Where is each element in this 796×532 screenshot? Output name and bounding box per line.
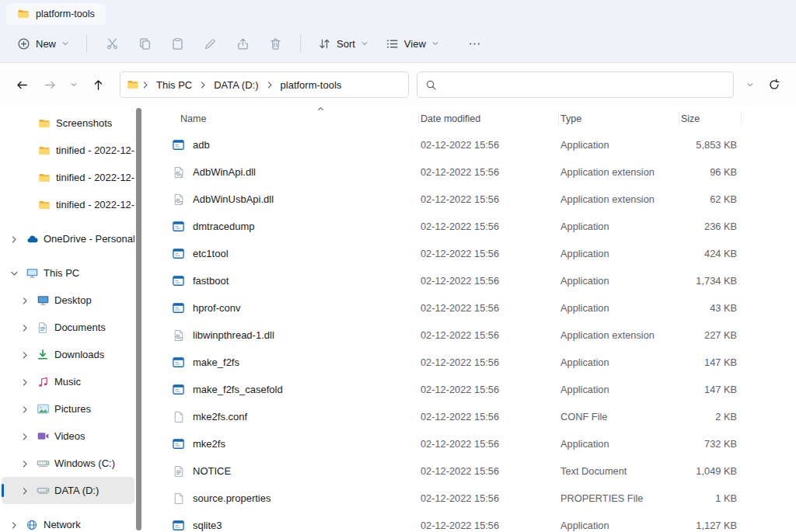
sidebar-item-network[interactable]: Network: [2, 511, 134, 532]
paste-button[interactable]: [162, 30, 193, 57]
drive-icon: [36, 457, 50, 470]
chevron-right-icon[interactable]: [8, 235, 20, 243]
file-row-make-f2fs-casefold[interactable]: make_f2fs_casefold02-12-2022 15:56Applic…: [172, 376, 796, 403]
column-header-size[interactable]: Size: [679, 111, 742, 127]
chevron-right-icon[interactable]: [19, 297, 31, 304]
chevron-right-icon[interactable]: [19, 324, 31, 332]
file-row-notice[interactable]: NOTICE02-12-2022 15:56Text Document1,049…: [172, 457, 796, 485]
file-type: Application: [559, 520, 679, 531]
file-type: Application extension: [559, 193, 679, 205]
file-row-fastboot[interactable]: fastboot02-12-2022 15:56Application1,734…: [172, 267, 796, 294]
file-row-adbwinusbapi-dll[interactable]: AdbWinUsbApi.dll02-12-2022 15:56Applicat…: [172, 186, 796, 213]
breadcrumb-item-this-pc[interactable]: This PC: [152, 78, 197, 92]
file-type: Application: [559, 384, 679, 395]
chevron-right-icon[interactable]: [19, 487, 31, 495]
file-row-make-f2fs[interactable]: make_f2fs02-12-2022 15:56Application147 …: [172, 349, 796, 376]
search-box[interactable]: [417, 71, 734, 98]
chevron-right-icon[interactable]: [8, 521, 20, 529]
sidebar-item-tinified-2022-12-0[interactable]: tinified - 2022-12-0: [2, 164, 134, 191]
file-row-adb[interactable]: adb02-12-2022 15:56Application5,853 KB: [172, 131, 796, 158]
view-button-label: View: [404, 38, 426, 50]
breadcrumb-item-data-d[interactable]: DATA (D:): [209, 78, 263, 92]
breadcrumb-item-platform-tools[interactable]: platform-tools: [276, 78, 347, 92]
column-header-type[interactable]: Type: [559, 111, 679, 127]
sidebar-item-label: tinified - 2022-12-0: [56, 172, 134, 183]
search-input[interactable]: [443, 79, 725, 91]
sidebar-scrollbar[interactable]: [136, 108, 141, 530]
sidebar-item-screenshots[interactable]: Screenshots: [2, 110, 134, 137]
sidebar-item-tinified-2022-12-0[interactable]: tinified - 2022-12-0: [2, 137, 134, 164]
sidebar-item-this-pc[interactable]: This PC: [2, 259, 134, 287]
view-button[interactable]: View: [378, 32, 447, 56]
folder-icon: [37, 199, 51, 211]
file-row-mke2fs-conf[interactable]: mke2fs.conf02-12-2022 15:56CONF File2 KB: [172, 403, 796, 430]
file-name: source.properties: [193, 492, 271, 504]
sidebar-item-label: DATA (D:): [54, 485, 99, 496]
column-header-date-modified[interactable]: Date modified: [419, 111, 559, 127]
back-button[interactable]: [9, 72, 34, 97]
clipboard-icon: [171, 37, 184, 50]
navigation-bar: This PCDATA (D:)platform-tools: [0, 63, 796, 106]
chevron-down-icon[interactable]: [8, 269, 20, 277]
share-button[interactable]: [227, 30, 258, 57]
file-name: adb: [193, 139, 210, 151]
forward-button[interactable]: [37, 72, 62, 97]
sidebar-item-desktop[interactable]: Desktop: [2, 287, 134, 314]
file-name: libwinpthread-1.dll: [193, 329, 274, 341]
rename-button[interactable]: [194, 30, 225, 57]
file-row-mke2fs[interactable]: mke2fs02-12-2022 15:56Application732 KB: [172, 430, 796, 457]
chevron-right-icon[interactable]: [19, 405, 31, 413]
sidebar-item-pictures[interactable]: Pictures: [2, 395, 134, 422]
network-icon: [25, 519, 39, 531]
file-name-cell: make_f2fs_casefold: [172, 383, 419, 396]
copy-button[interactable]: [129, 30, 160, 57]
new-button[interactable]: New: [9, 32, 77, 56]
file-row-source-properties[interactable]: source.properties02-12-2022 15:56PROPERT…: [172, 485, 796, 512]
file-name: sqlite3: [193, 520, 222, 531]
ellipsis-icon: [468, 37, 481, 50]
sidebar-item-windows-c[interactable]: Windows (C:): [2, 450, 134, 477]
explorer-tab[interactable]: platform-tools: [6, 3, 106, 25]
sidebar-item-tinified-2022-12-0[interactable]: tinified - 2022-12-0: [2, 191, 134, 218]
file-type: Application: [559, 438, 679, 450]
sidebar-item-music[interactable]: Music: [2, 368, 134, 395]
sidebar-item-documents[interactable]: Documents: [2, 314, 134, 341]
file-type: Application: [559, 139, 679, 151]
sidebar-item-data-d[interactable]: DATA (D:): [2, 477, 134, 504]
sidebar-item-videos[interactable]: Videos: [2, 422, 134, 450]
pictures-icon: [36, 402, 50, 416]
file-row-libwinpthread-1-dll[interactable]: libwinpthread-1.dll02-12-2022 15:56Appli…: [172, 322, 796, 349]
sidebar-item-downloads[interactable]: Downloads: [2, 341, 134, 368]
delete-button[interactable]: [260, 30, 291, 57]
file-name-cell: AdbWinApi.dll: [172, 166, 419, 179]
sidebar-item-onedrive-personal[interactable]: OneDrive - Personal: [2, 225, 134, 252]
date-modified: 02-12-2022 15:56: [419, 248, 559, 259]
chevron-right-icon[interactable]: [19, 351, 31, 359]
file-name-cell: source.properties: [172, 492, 419, 505]
refresh-button[interactable]: [762, 72, 787, 97]
file-type: PROPERTIES File: [559, 492, 679, 504]
file-row-sqlite3[interactable]: sqlite302-12-2022 15:56Application1,127 …: [172, 512, 796, 532]
file-row-hprof-conv[interactable]: hprof-conv02-12-2022 15:56Application43 …: [172, 294, 796, 322]
recent-locations-button[interactable]: [65, 72, 82, 97]
file-row-adbwinapi-dll[interactable]: AdbWinApi.dll02-12-2022 15:56Application…: [172, 158, 796, 186]
file-name-cell: hprof-conv: [172, 301, 419, 315]
file-name-cell: dmtracedump: [172, 220, 419, 233]
chevron-right-icon[interactable]: [19, 433, 31, 440]
more-options-button[interactable]: [459, 30, 491, 57]
file-row-dmtracedump[interactable]: dmtracedump02-12-2022 15:56Application23…: [172, 213, 796, 240]
chevron-right-icon: [141, 81, 149, 89]
chevron-right-icon[interactable]: [19, 378, 31, 386]
cut-button[interactable]: [96, 30, 127, 57]
content-area: Screenshotstinified - 2022-12-0tinified …: [0, 106, 796, 532]
sort-button[interactable]: Sort: [310, 32, 376, 56]
file-size: 236 KB: [679, 221, 742, 232]
address-dropdown-button[interactable]: [742, 72, 759, 97]
up-button[interactable]: [86, 72, 110, 97]
application-icon: [172, 274, 185, 287]
chevron-right-icon[interactable]: [19, 460, 31, 468]
address-bar[interactable]: This PCDATA (D:)platform-tools: [120, 71, 409, 98]
file-row-etc1tool[interactable]: etc1tool02-12-2022 15:56Application424 K…: [172, 240, 796, 267]
sidebar-item-label: This PC: [44, 267, 79, 279]
column-header-name[interactable]: Name: [172, 111, 419, 127]
